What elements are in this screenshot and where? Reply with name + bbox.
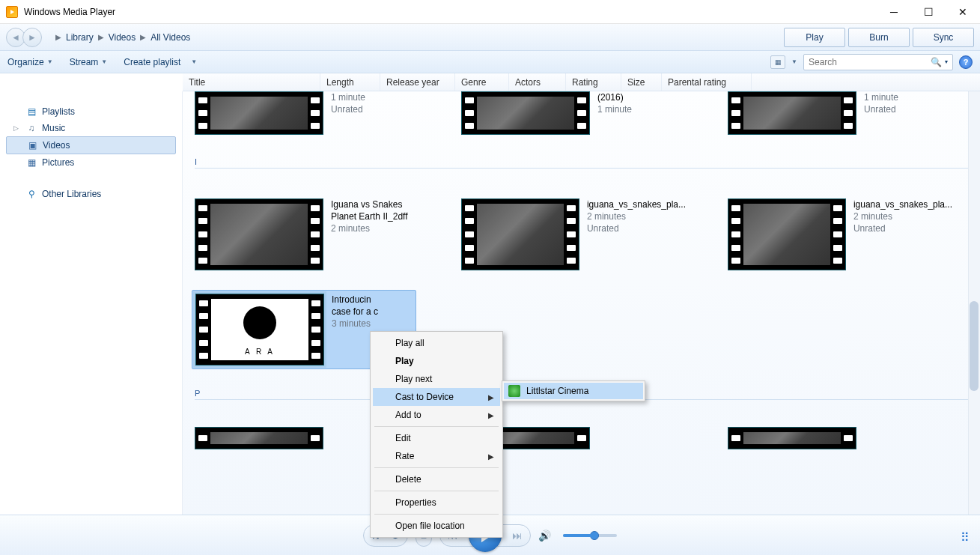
help-button[interactable]: ?: [959, 55, 973, 69]
context-menu: Play all Play Play next Cast to Device▶ …: [370, 331, 503, 538]
video-meta: 1 minute Unrated: [331, 91, 365, 135]
nav-music[interactable]: ▷♫Music: [6, 120, 176, 136]
video-row: Introducin case for a c 3 minutes: [183, 293, 980, 366]
search-box[interactable]: 🔍 ▾: [803, 54, 953, 70]
group-header-i: I: [195, 157, 980, 169]
picture-icon: ▦: [25, 157, 37, 169]
stream-menu[interactable]: Stream▼: [70, 57, 108, 67]
library-tree: ▤Playlists ▷♫Music ▣Videos ▦Pictures ⚲Ot…: [0, 91, 183, 515]
video-thumb: [195, 91, 323, 135]
tab-sync[interactable]: Sync: [913, 28, 974, 47]
ctx-delete[interactable]: Delete: [373, 470, 500, 488]
col-size[interactable]: Size: [621, 73, 662, 91]
mute-button[interactable]: 🔊: [538, 530, 551, 542]
organize-menu[interactable]: Organize▼: [7, 57, 53, 67]
volume-slider[interactable]: [563, 534, 617, 537]
video-item[interactable]: iguana_vs_snakes_pla... 2 minutes Unrate…: [728, 198, 952, 270]
breadcrumb[interactable]: ▶ Library ▶ Videos ▶ All Videos: [55, 32, 190, 43]
playlist-icon: ▤: [25, 106, 37, 118]
maximize-button[interactable]: ☐: [911, 0, 946, 24]
nav-videos[interactable]: ▣Videos: [6, 136, 176, 154]
video-row: Iguana vs Snakes Planet Earth II_2dff 2 …: [183, 198, 980, 270]
column-headers: Title Length Release year Genre Actors R…: [183, 73, 980, 91]
video-thumb: [195, 294, 324, 366]
video-thumb: [195, 427, 323, 449]
nav-other-libraries[interactable]: ⚲Other Libraries: [6, 186, 176, 202]
col-parental[interactable]: Parental rating: [662, 73, 752, 91]
video-thumb: [461, 198, 579, 270]
ctx-play-next[interactable]: Play next: [373, 370, 500, 388]
chevron-right-icon: ▶: [488, 452, 494, 461]
next-button[interactable]: ⏭: [505, 530, 530, 542]
switch-view-button[interactable]: ⠿: [961, 530, 970, 545]
app-icon: [6, 6, 18, 18]
navbar: ◄ ► ▶ Library ▶ Videos ▶ All Videos Play…: [0, 24, 980, 51]
scrollbar[interactable]: [968, 91, 980, 515]
search-drop-icon[interactable]: ▾: [945, 58, 948, 65]
nav-playlists[interactable]: ▤Playlists: [6, 103, 176, 120]
window-controls: ─ ☐ ✕: [877, 0, 980, 24]
app-title: Windows Media Player: [24, 7, 115, 17]
video-meta: Iguana vs Snakes Planet Earth II_2dff 2 …: [331, 198, 408, 270]
video-item[interactable]: 1 minute Unrated: [195, 91, 419, 135]
nav-back-forward: ◄ ►: [6, 28, 42, 47]
crumb-videos[interactable]: Videos: [109, 32, 136, 43]
video-meta: (2016) 1 minute: [597, 91, 632, 135]
video-thumb: [195, 198, 323, 270]
music-icon: ♫: [25, 122, 37, 134]
video-row: [183, 427, 980, 457]
toolbar: Organize▼ Stream▼ Create playlist▼ ▦ ▼ 🔍…: [0, 51, 980, 73]
separator: [374, 426, 499, 427]
volume-thumb[interactable]: [590, 531, 599, 540]
video-item[interactable]: iguana_vs_snakes_pla... 2 minutes Unrate…: [461, 198, 686, 270]
col-title[interactable]: Title: [183, 73, 320, 91]
search-icon[interactable]: 🔍: [931, 57, 942, 67]
video-meta: iguana_vs_snakes_pla... 2 minutes Unrate…: [853, 198, 952, 270]
video-thumb: [728, 198, 846, 270]
create-playlist-menu[interactable]: Create playlist▼: [124, 57, 197, 67]
view-options-button[interactable]: ▦: [770, 55, 785, 69]
cast-device-item[interactable]: Littlstar Cinema: [504, 383, 643, 399]
video-item[interactable]: 1 minute Unrated: [728, 91, 952, 135]
col-release[interactable]: Release year: [380, 73, 455, 91]
ctx-add-to[interactable]: Add to▶: [373, 406, 500, 424]
col-length[interactable]: Length: [320, 73, 380, 91]
ctx-play-all[interactable]: Play all: [373, 334, 500, 352]
col-genre[interactable]: Genre: [455, 73, 509, 91]
titlebar: Windows Media Player ─ ☐ ✕: [0, 0, 980, 24]
cast-submenu: Littlstar Cinema: [502, 380, 645, 401]
separator: [374, 467, 499, 468]
nav-pictures[interactable]: ▦Pictures: [6, 154, 176, 171]
crumb-library[interactable]: Library: [66, 32, 94, 43]
separator: [374, 491, 499, 491]
chevron-right-icon: ▶: [488, 411, 494, 419]
view-drop-icon[interactable]: ▼: [791, 58, 797, 65]
video-item[interactable]: (2016) 1 minute: [461, 91, 686, 135]
mode-tabs: Play Burn Sync: [784, 28, 974, 47]
video-icon: ▣: [26, 139, 38, 151]
separator: [374, 514, 499, 515]
crumb-allvideos[interactable]: All Videos: [150, 32, 190, 43]
ctx-open-location[interactable]: Open file location: [373, 517, 500, 535]
ctx-properties[interactable]: Properties: [373, 494, 500, 512]
chevron-icon: ▶: [98, 33, 104, 41]
chevron-icon: ▶: [140, 33, 146, 41]
scroll-thumb[interactable]: [970, 301, 979, 391]
ctx-cast-to-device[interactable]: Cast to Device▶: [373, 388, 500, 406]
chevron-icon: ▶: [55, 33, 61, 41]
expand-icon[interactable]: ▷: [13, 124, 21, 132]
video-item[interactable]: [728, 427, 952, 457]
tab-play[interactable]: Play: [784, 28, 845, 47]
ctx-play[interactable]: Play: [373, 352, 500, 370]
minimize-button[interactable]: ─: [877, 0, 911, 24]
forward-button[interactable]: ►: [22, 28, 42, 47]
col-actors[interactable]: Actors: [509, 73, 566, 91]
tab-burn[interactable]: Burn: [848, 28, 910, 47]
col-rating[interactable]: Rating: [566, 73, 621, 91]
ctx-rate[interactable]: Rate▶: [373, 447, 500, 465]
video-item[interactable]: Iguana vs Snakes Planet Earth II_2dff 2 …: [195, 198, 419, 270]
close-button[interactable]: ✕: [946, 0, 980, 24]
ctx-edit[interactable]: Edit: [373, 429, 500, 447]
search-input[interactable]: [809, 57, 928, 67]
video-thumb: [461, 91, 590, 135]
